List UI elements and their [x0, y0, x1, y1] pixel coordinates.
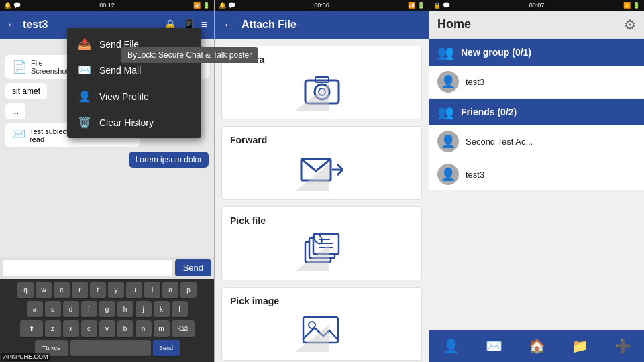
chat-status-bar: 🔔 💬 00:12 📶 🔋 [0, 0, 214, 11]
key-u[interactable]: u [126, 282, 142, 299]
tooltip: ByLock: Secure Chat & Talk poster [121, 47, 258, 63]
key-r[interactable]: r [72, 282, 88, 299]
bottom-folder-icon[interactable]: 📁 [572, 338, 588, 354]
tri-deco-2 [295, 164, 329, 191]
status-right: 📶 🔋 [193, 2, 210, 9]
dropdown-menu: 📤 Send File ✉️ Send Mail 👤 View Profile … [67, 28, 201, 138]
key-f[interactable]: f [81, 301, 97, 318]
attach-forward-label: Forward [230, 135, 267, 145]
key-i[interactable]: i [144, 282, 160, 299]
key-q[interactable]: q [17, 282, 34, 299]
attach-title: Attach File [241, 19, 297, 31]
avatar-test3-2: 👤 [437, 164, 459, 185]
attach-status-time: 00:06 [314, 2, 329, 9]
pickfile-icon-area [295, 228, 349, 272]
key-backspace[interactable]: ⌫ [172, 320, 195, 338]
key-b[interactable]: b [117, 320, 133, 338]
email-info: Test subject read [30, 127, 68, 143]
contact-test3-1[interactable]: 👤 test3 [429, 66, 644, 99]
send-file-icon: 📤 [78, 38, 91, 50]
key-x[interactable]: x [63, 320, 79, 338]
gear-icon[interactable]: ⚙ [624, 17, 636, 33]
attach-item-pickimage[interactable]: Pick image [221, 287, 422, 361]
bottom-mail-icon[interactable]: ✉️ [486, 338, 502, 354]
key-g[interactable]: g [99, 301, 115, 318]
key-y[interactable]: y [108, 282, 124, 299]
key-shift[interactable]: ⬆ [20, 320, 43, 338]
key-k[interactable]: k [154, 301, 170, 318]
attach-body: Camera Forward [215, 39, 429, 362]
contact-name-second-test: Second Test Ac... [466, 137, 533, 147]
home-bottom-bar: 👤 ✉️ 🏠 📁 ➕ [429, 330, 644, 362]
key-a[interactable]: a [27, 301, 43, 318]
sit-amet-bubble: sit amet [5, 83, 47, 99]
pickimage-icon-area [295, 308, 349, 352]
menu-icon[interactable]: ≡ [201, 19, 207, 31]
attach-back-icon[interactable]: ← [223, 18, 235, 32]
status-left: 🔔 💬 [4, 2, 21, 9]
key-l[interactable]: l [172, 301, 188, 318]
new-group-section-header: 👥 New group (0/1) [429, 39, 644, 66]
bottom-add-icon[interactable]: ➕ [614, 338, 631, 354]
avatar-test3-1: 👤 [437, 71, 459, 93]
attach-header: ← Attach File [215, 11, 429, 39]
chat-panel: 🔔 💬 00:12 📶 🔋 ← test3 🔒 📱 ≡ 📤 Send File … [0, 0, 215, 362]
tri-deco [295, 84, 329, 111]
attach-status-bar: 🔔 💬 00:06 📶 🔋 [215, 0, 429, 11]
key-p[interactable]: p [180, 282, 197, 299]
menu-view-profile[interactable]: 👤 View Profile [67, 83, 201, 109]
key-s[interactable]: s [45, 301, 61, 318]
key-w[interactable]: w [36, 282, 52, 299]
clear-history-icon: 🗑️ [78, 116, 91, 129]
attach-pickfile-label: Pick file [230, 215, 266, 226]
friends-section-header: 👥 Friends (0/2) [429, 99, 644, 125]
contact-second-test[interactable]: 👤 Second Test Ac... [429, 125, 644, 158]
view-profile-icon: 👤 [78, 90, 91, 103]
home-panel: 🔒 💬 00:07 📶 🔋 Home ⚙ 👥 New group (0/1) 👤… [429, 0, 644, 362]
home-status-time: 00:07 [529, 2, 545, 9]
key-z[interactable]: z [45, 320, 61, 338]
send-button[interactable]: Send [175, 259, 211, 276]
key-o[interactable]: o [162, 282, 178, 299]
attach-item-pickfile[interactable]: Pick file [221, 206, 422, 280]
key-d[interactable]: d [63, 301, 79, 318]
attach-item-forward[interactable]: Forward [221, 126, 422, 200]
tri-deco-4 [295, 325, 329, 352]
home-title: Home [437, 17, 471, 32]
tri-deco-3 [295, 245, 329, 272]
attach-status-left: 🔔 💬 [219, 2, 235, 9]
key-j[interactable]: j [136, 301, 152, 318]
back-icon[interactable]: ← [7, 19, 17, 31]
home-status-right: 📶 🔋 [623, 2, 640, 9]
attach-status-right: 📶 🔋 [408, 2, 425, 9]
key-n[interactable]: n [136, 320, 152, 338]
key-v[interactable]: v [99, 320, 115, 338]
email-subject: Test subject [30, 127, 68, 135]
menu-clear-history[interactable]: 🗑️ Clear History [67, 109, 201, 135]
key-send[interactable]: Send [153, 340, 180, 357]
menu-view-profile-label: View Profile [99, 91, 149, 102]
key-h[interactable]: h [117, 301, 133, 318]
key-m[interactable]: m [154, 320, 170, 338]
avatar-second-test: 👤 [437, 131, 459, 152]
dots-bubble: ... [5, 103, 25, 119]
send-mail-icon: ✉️ [78, 64, 91, 76]
key-c[interactable]: c [81, 320, 97, 338]
kb-row-1: q w e r t y u i o p [1, 282, 213, 299]
watermark: APKPURE.COM [1, 353, 50, 361]
contact-test3-2[interactable]: 👤 test3 [429, 158, 644, 191]
home-body: 👥 New group (0/1) 👤 test3 👥 Friends (0/2… [429, 39, 644, 330]
key-e[interactable]: e [54, 282, 70, 299]
key-t[interactable]: t [90, 282, 106, 299]
bottom-home-icon[interactable]: 🏠 [529, 338, 545, 354]
new-group-label: New group (0/1) [461, 47, 531, 58]
chat-input-row: Send [0, 257, 214, 279]
home-header: Home ⚙ [429, 11, 644, 39]
bottom-profile-icon[interactable]: 👤 [443, 338, 460, 354]
friends-icon: 👥 [437, 104, 454, 120]
new-group-icon: 👥 [437, 44, 454, 60]
keyboard: q w e r t y u i o p a s d f g h j k l ⬆ … [0, 279, 214, 362]
kb-row-3: ⬆ z x c v b n m ⌫ [1, 320, 213, 338]
chat-input[interactable] [3, 260, 172, 276]
key-space[interactable] [70, 340, 151, 357]
